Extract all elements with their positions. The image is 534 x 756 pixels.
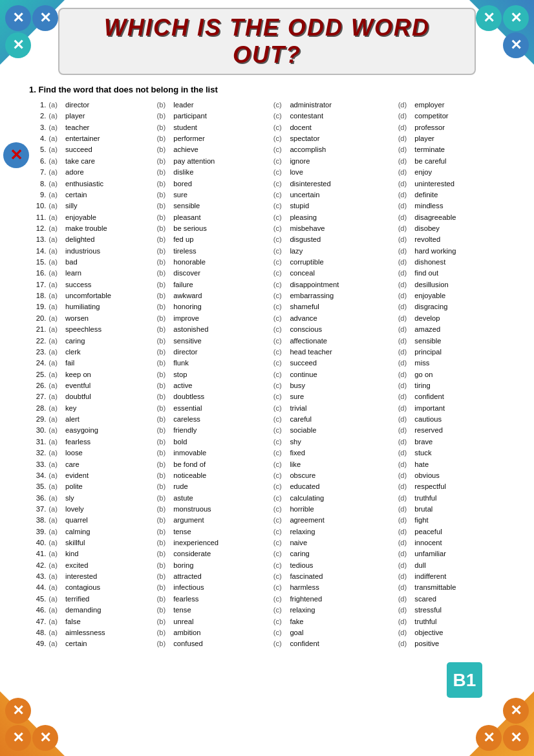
letter-d: (d) — [397, 425, 414, 436]
letter-b: (b) — [156, 189, 173, 200]
corner-x-tl3: ✕ — [32, 5, 58, 31]
word-c: accomplish — [288, 144, 396, 155]
letter-d: (d) — [397, 638, 414, 649]
word-d: transmittable — [413, 582, 505, 593]
word-c: misbehave — [288, 223, 396, 234]
side-x-left: ✕ — [3, 142, 29, 168]
word-a: succeed — [64, 144, 156, 155]
corner-x-bl1: ✕ — [5, 725, 31, 751]
word-b: honorable — [172, 257, 272, 268]
word-a: enthusiastic — [64, 178, 156, 189]
letter-d: (d) — [397, 605, 414, 616]
letter-a: (a) — [47, 594, 64, 605]
letter-d: (d) — [397, 167, 414, 178]
letter-d: (d) — [397, 212, 414, 223]
corner-x-tl2: ✕ — [5, 32, 31, 58]
table-row: 15. (a) bad (b) honorable (c) corruptibl… — [29, 257, 505, 268]
word-b: fed up — [172, 234, 272, 245]
word-c: administrator — [288, 100, 396, 111]
letter-c: (c) — [272, 268, 289, 279]
table-row: 30. (a) easygoing (b) friendly (c) socia… — [29, 425, 505, 436]
word-a: director — [64, 100, 156, 111]
letter-a: (a) — [47, 515, 64, 526]
row-number: 27. — [29, 391, 47, 402]
table-row: 28. (a) key (b) essential (c) trivial (d… — [29, 403, 505, 414]
word-c: like — [288, 459, 396, 470]
word-b: flunk — [172, 358, 272, 369]
letter-a: (a) — [47, 313, 64, 324]
corner-x-br2: ✕ — [503, 698, 529, 724]
letter-b: (b) — [156, 526, 173, 537]
table-row: 37. (a) lovely (b) monstruous (c) horrib… — [29, 504, 505, 515]
letter-b: (b) — [156, 212, 173, 223]
letter-d: (d) — [397, 369, 414, 380]
row-number: 1. — [29, 100, 47, 111]
letter-a: (a) — [47, 167, 64, 178]
letter-d: (d) — [397, 133, 414, 144]
word-b: pleasant — [172, 212, 272, 223]
word-d: innocent — [413, 537, 505, 548]
word-a: take care — [64, 156, 156, 167]
word-b: tireless — [172, 246, 272, 257]
letter-b: (b) — [156, 391, 173, 402]
letter-d: (d) — [397, 515, 414, 526]
table-row: 3. (a) teacher (b) student (c) docent (d… — [29, 122, 505, 133]
word-a: interested — [64, 571, 156, 582]
letter-d: (d) — [397, 571, 414, 582]
letter-a: (a) — [47, 268, 64, 279]
letter-d: (d) — [397, 526, 414, 537]
word-a: alert — [64, 414, 156, 425]
word-b: confused — [172, 638, 272, 649]
letter-c: (c) — [272, 560, 289, 571]
letter-c: (c) — [272, 403, 289, 414]
word-c: fixed — [288, 448, 396, 459]
table-row: 26. (a) eventful (b) active (c) busy (d)… — [29, 380, 505, 391]
word-c: spectator — [288, 133, 396, 144]
letter-d: (d) — [397, 627, 414, 638]
word-d: brutal — [413, 504, 505, 515]
letter-d: (d) — [397, 301, 414, 312]
letter-c: (c) — [272, 144, 289, 155]
table-row: 46. (a) demanding (b) tense (c) relaxing… — [29, 605, 505, 616]
letter-c: (c) — [272, 448, 289, 459]
letter-b: (b) — [156, 200, 173, 211]
row-number: 5. — [29, 144, 47, 155]
table-row: 31. (a) fearless (b) bold (c) shy (d) br… — [29, 437, 505, 448]
letter-b: (b) — [156, 616, 173, 627]
word-c: shameful — [288, 301, 396, 312]
letter-a: (a) — [47, 234, 64, 245]
table-row: 36. (a) sly (b) astute (c) calculating (… — [29, 493, 505, 504]
word-a: eventful — [64, 380, 156, 391]
letter-a: (a) — [47, 548, 64, 559]
word-a: quarrel — [64, 515, 156, 526]
letter-d: (d) — [397, 200, 414, 211]
row-number: 19. — [29, 301, 47, 312]
letter-a: (a) — [47, 493, 64, 504]
word-a: fearless — [64, 437, 156, 448]
letter-c: (c) — [272, 301, 289, 312]
letter-c: (c) — [272, 279, 289, 290]
word-d: hard working — [413, 246, 505, 257]
row-number: 25. — [29, 369, 47, 380]
letter-c: (c) — [272, 425, 289, 436]
table-row: 12. (a) make trouble (b) be serious (c) … — [29, 223, 505, 234]
word-c: affectionate — [288, 336, 396, 347]
word-d: terminate — [413, 144, 505, 155]
word-d: go on — [413, 369, 505, 380]
word-a: teacher — [64, 122, 156, 133]
letter-b: (b) — [156, 548, 173, 559]
word-d: desillusion — [413, 279, 505, 290]
word-c: goal — [288, 627, 396, 638]
word-a: doubtful — [64, 391, 156, 402]
word-b: dislike — [172, 167, 272, 178]
word-c: agreement — [288, 515, 396, 526]
word-b: boring — [172, 560, 272, 571]
word-d: respectful — [413, 481, 505, 492]
table-row: 5. (a) succeed (b) achieve (c) accomplis… — [29, 144, 505, 155]
letter-b: (b) — [156, 122, 173, 133]
letter-d: (d) — [397, 268, 414, 279]
letter-c: (c) — [272, 627, 289, 638]
letter-d: (d) — [397, 223, 414, 234]
row-number: 37. — [29, 504, 47, 515]
word-a: silly — [64, 200, 156, 211]
